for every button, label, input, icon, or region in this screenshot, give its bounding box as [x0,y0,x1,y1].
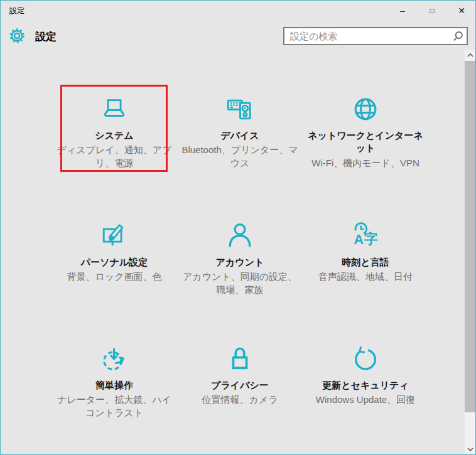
tile-title: プライバシー [211,379,269,392]
tile-update-security[interactable]: 更新とセキュリティ Windows Update、回復 [304,336,427,407]
laptop-icon [100,95,129,124]
tile-privacy[interactable]: プライバシー 位置情報、カメラ [178,336,301,407]
tile-title: デバイス [220,129,259,142]
page-title: 設定 [35,29,57,44]
scroll-down-button[interactable] [465,444,475,454]
tile-subtitle: ディスプレイ、通知、アプリ、電源 [53,144,176,169]
gear-icon [9,28,25,44]
tile-ease-of-access[interactable]: 簡単操作 ナレーター、拡大鏡、ハイコントラスト [53,336,176,420]
tile-time-language[interactable]: A 字 時刻と言語 音声認識、地域、日付 [304,213,427,284]
close-button[interactable]: ✕ [447,1,476,20]
chevron-up-icon [467,53,474,58]
ease-of-access-icon [100,345,129,373]
svg-text:字: 字 [364,231,378,247]
tile-subtitle: Windows Update、回復 [316,393,415,407]
tile-title: ネットワークとインターネット [304,129,427,155]
tile-title: アカウント [216,256,264,269]
settings-window: { "window": { "title": "設定", "controls":… [0,0,476,455]
tile-subtitle: 音声認識、地域、日付 [318,270,413,284]
tile-title: システム [95,129,133,142]
clock-language-icon: A 字 [351,222,380,250]
maximize-button[interactable]: □ [418,1,446,20]
tile-subtitle: 位置情報、カメラ [202,393,278,407]
globe-icon [351,95,380,124]
tile-subtitle: ナレーター、拡大鏡、ハイコントラスト [53,393,176,419]
tile-subtitle: アカウント、同期の設定、職場、家族 [178,270,301,296]
tile-system[interactable]: システム ディスプレイ、通知、アプリ、電源 [53,86,176,170]
tile-network[interactable]: ネットワークとインターネット Wi-Fi、機内モード、VPN [304,86,427,169]
search-input[interactable] [284,31,449,41]
scrollbar-thumb[interactable] [465,61,475,412]
tile-subtitle: Bluetooth、プリンター、マウス [178,144,301,169]
scroll-up-button[interactable] [465,50,475,60]
keyboard-speaker-icon [225,95,254,124]
window-title: 設定 [9,6,24,16]
tile-subtitle: 背景、ロック画面、色 [67,270,161,284]
lock-icon [225,345,254,373]
svg-text:A: A [354,232,364,247]
refresh-icon [351,345,380,373]
tile-subtitle: Wi-Fi、機内モード、VPN [311,157,419,170]
vertical-scrollbar[interactable] [465,50,475,454]
search-icon[interactable] [449,30,467,43]
tile-accounts[interactable]: アカウント アカウント、同期の設定、職場、家族 [178,213,301,297]
chevron-down-icon [467,447,474,452]
tile-devices[interactable]: デバイス Bluetooth、プリンター、マウス [178,86,301,170]
tile-title: パーソナル設定 [81,256,148,269]
minimize-button[interactable]: – [388,1,417,20]
monitor-pen-icon [100,222,129,250]
tile-title: 簡単操作 [95,379,133,392]
tile-title: 更新とセキュリティ [322,379,408,392]
person-icon [225,222,254,250]
tile-personalization[interactable]: パーソナル設定 背景、ロック画面、色 [53,213,176,284]
tile-title: 時刻と言語 [342,256,389,269]
search-box[interactable] [283,27,468,45]
